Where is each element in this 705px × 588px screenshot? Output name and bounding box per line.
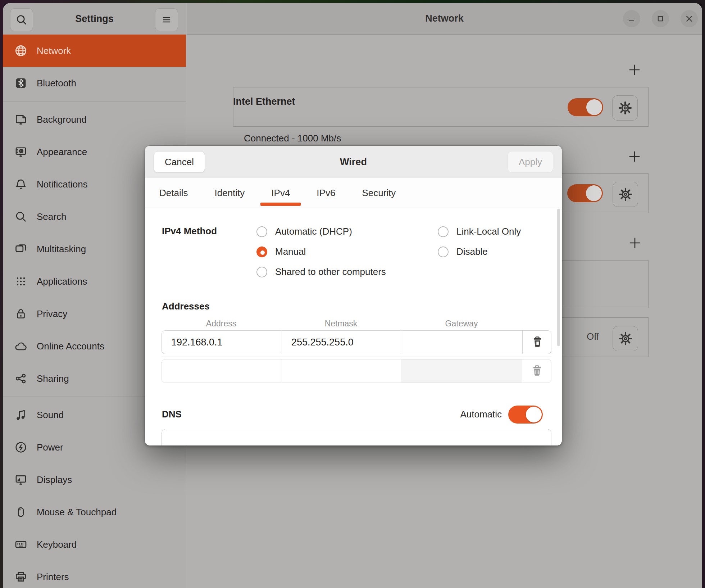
sidebar-item-label: Multitasking xyxy=(37,244,86,255)
sidebar-item-network[interactable]: Network xyxy=(3,35,186,67)
radio-circle[interactable] xyxy=(256,267,267,277)
gateway-cell xyxy=(401,331,522,354)
window-controls xyxy=(623,10,698,27)
dns-automatic-label: Automatic xyxy=(460,409,502,420)
address-row-1 xyxy=(162,330,551,354)
close-icon xyxy=(685,14,693,23)
radio-disable[interactable]: Disable xyxy=(438,246,488,257)
connection-settings-button-2[interactable] xyxy=(613,182,638,207)
sidebar-item-background[interactable]: Background xyxy=(3,103,186,136)
cloud-icon xyxy=(14,340,27,353)
radio-circle[interactable] xyxy=(256,226,267,237)
delete-address-button-2[interactable] xyxy=(522,359,551,383)
column-header-address: Address xyxy=(206,319,236,329)
add-profile-button[interactable] xyxy=(627,62,642,78)
toggle-knob xyxy=(586,185,602,201)
proxy-status: Off xyxy=(587,331,599,342)
ipv4-page: IPv4 Method Automatic (DHCP) Manual Shar… xyxy=(145,208,562,445)
add-profile-button-2[interactable] xyxy=(627,149,642,164)
add-vpn-button[interactable] xyxy=(627,235,643,251)
sidebar-item-label: Keyboard xyxy=(37,539,77,550)
connection-status: Connected - 1000 Mb/s xyxy=(244,133,341,144)
sidebar-item-label: Network xyxy=(37,45,71,56)
toggle-knob xyxy=(526,407,542,422)
power-icon xyxy=(14,441,27,454)
tab-security[interactable]: Security xyxy=(362,178,396,208)
screen: Settings Network xyxy=(0,0,705,588)
windows-icon xyxy=(14,243,27,255)
address-input[interactable] xyxy=(162,331,282,354)
minimize-icon xyxy=(628,15,636,23)
proxy-settings-button[interactable] xyxy=(613,326,638,351)
minimize-button[interactable] xyxy=(623,10,640,27)
sidebar-item-bluetooth[interactable]: Bluetooth xyxy=(3,67,186,99)
delete-address-button[interactable] xyxy=(522,331,551,354)
background-icon xyxy=(14,113,27,126)
dialog-headerbar: Wired Cancel Apply xyxy=(145,146,562,178)
address-cell xyxy=(162,359,282,383)
tab-details[interactable]: Details xyxy=(159,178,188,208)
radio-circle-checked[interactable] xyxy=(256,246,267,257)
sidebar-item-keyboard[interactable]: Keyboard xyxy=(3,528,186,561)
radio-circle[interactable] xyxy=(438,246,449,257)
keyboard-icon xyxy=(14,538,27,551)
netmask-cell xyxy=(282,359,401,383)
dns-automatic-toggle[interactable] xyxy=(508,406,543,424)
netmask-input-2[interactable] xyxy=(282,359,401,383)
radio-manual[interactable]: Manual xyxy=(256,246,306,257)
sidebar-item-label: Sharing xyxy=(37,373,69,384)
column-header-gateway: Gateway xyxy=(445,319,478,329)
sidebar-item-label: Printers xyxy=(37,571,69,583)
sidebar-item-label: Displays xyxy=(37,474,72,485)
dialog-scrollbar[interactable] xyxy=(557,209,560,346)
sidebar-item-label: Bluetooth xyxy=(37,78,76,89)
sidebar-item-mouse-touchpad[interactable]: Mouse & Touchpad xyxy=(3,496,186,528)
sidebar-item-label: Notifications xyxy=(37,179,88,190)
primary-menu-button[interactable] xyxy=(155,8,178,31)
note-icon xyxy=(14,408,27,421)
sidebar-item-label: Search xyxy=(37,211,66,222)
radio-automatic-dhcp[interactable]: Automatic (DHCP) xyxy=(256,226,352,237)
gateway-input-2[interactable] xyxy=(401,359,522,383)
sidebar-item-label: Online Accounts xyxy=(37,341,104,352)
display-icon xyxy=(14,473,27,486)
hamburger-icon xyxy=(161,14,172,26)
radio-circle[interactable] xyxy=(438,226,449,237)
grid-icon xyxy=(14,275,27,288)
share-icon xyxy=(14,372,27,385)
magnifier-icon xyxy=(14,210,27,223)
plus-icon xyxy=(627,62,642,77)
sidebar-headerbar: Settings xyxy=(3,3,186,35)
radio-shared[interactable]: Shared to other computers xyxy=(256,266,386,277)
dns-servers-input[interactable] xyxy=(162,429,551,445)
gateway-input[interactable] xyxy=(401,331,522,354)
sidebar-item-printers[interactable]: Printers xyxy=(3,561,186,588)
address-input-2[interactable] xyxy=(162,359,282,383)
bluetooth-icon xyxy=(14,77,27,90)
connection-toggle[interactable] xyxy=(568,98,603,116)
row-separator xyxy=(162,357,551,357)
addresses-label: Addresses xyxy=(162,301,210,312)
trash-icon xyxy=(531,335,544,349)
sidebar-item-label: Background xyxy=(37,114,87,125)
close-button[interactable] xyxy=(681,10,698,27)
netmask-input[interactable] xyxy=(282,331,401,354)
apply-button[interactable]: Apply xyxy=(508,151,553,173)
settings-window: Settings Network xyxy=(3,3,702,588)
tab-identity[interactable]: Identity xyxy=(214,178,245,208)
maximize-icon xyxy=(656,15,664,23)
sidebar-item-label: Appearance xyxy=(37,146,87,158)
gear-icon xyxy=(618,101,632,115)
radio-link-local[interactable]: Link-Local Only xyxy=(438,226,521,237)
appearance-icon xyxy=(14,145,27,158)
sidebar-item-displays[interactable]: Displays xyxy=(3,463,186,496)
dialog-title: Wired xyxy=(145,146,562,178)
cancel-button[interactable]: Cancel xyxy=(154,151,205,173)
connection-settings-button[interactable] xyxy=(612,95,638,121)
tab-ipv4[interactable]: IPv4 xyxy=(271,178,290,208)
gear-icon xyxy=(618,331,633,346)
tab-ipv6[interactable]: IPv6 xyxy=(317,178,335,208)
connection-toggle-2[interactable] xyxy=(567,184,603,202)
dns-label: DNS xyxy=(162,409,182,420)
maximize-button[interactable] xyxy=(652,10,669,27)
